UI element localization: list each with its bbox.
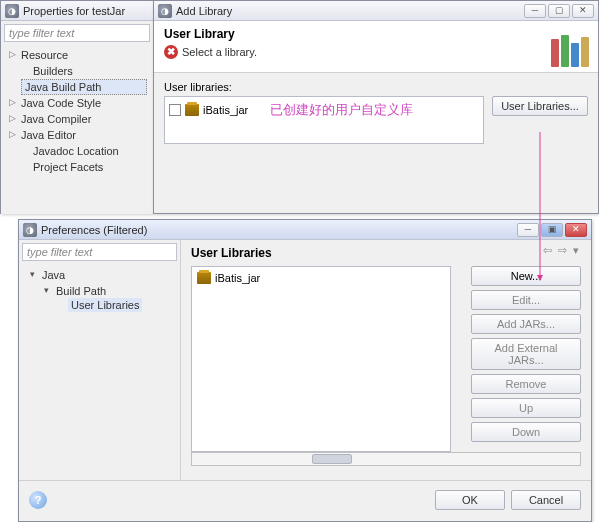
help-icon[interactable]: ? xyxy=(29,491,47,509)
maximize-button[interactable]: ▢ xyxy=(548,4,570,18)
close-button[interactable]: ✕ xyxy=(565,223,587,237)
library-checkbox[interactable] xyxy=(169,104,181,116)
remove-button[interactable]: Remove xyxy=(471,374,581,394)
user-libraries-label: User libraries: xyxy=(164,81,588,93)
tree-item-java-compiler[interactable]: Java Compiler xyxy=(7,111,147,127)
prefs-left-panel: type filter text Java Build Path User Li… xyxy=(19,240,181,480)
library-icon xyxy=(550,27,590,67)
annotation-existing: 已创建好的用户自定义库 xyxy=(270,101,413,119)
cancel-button[interactable]: Cancel xyxy=(511,490,581,510)
properties-window: ◑ Properties for testJar type filter tex… xyxy=(0,0,153,214)
addlib-heading: User Library xyxy=(164,27,588,41)
properties-filter-input[interactable]: type filter text xyxy=(4,24,150,42)
user-libraries-list[interactable]: iBatis_jar 已创建好的用户自定义库 xyxy=(164,96,484,144)
prefs-button-column: New... Edit... Add JARs... Add External … xyxy=(471,266,581,442)
library-name: iBatis_jar xyxy=(203,104,248,116)
addlib-titlebar[interactable]: ◑ Add Library ─ ▢ ✕ xyxy=(154,1,598,21)
jar-icon xyxy=(197,272,211,284)
edit-button[interactable]: Edit... xyxy=(471,290,581,310)
library-item[interactable]: iBatis_jar 已创建好的用户自定义库 xyxy=(168,100,480,120)
properties-tree: Resource Builders Java Build Path Java C… xyxy=(1,45,153,177)
prefs-title: Preferences (Filtered) xyxy=(41,224,517,236)
addlib-title: Add Library xyxy=(176,5,524,17)
tree-user-libraries[interactable]: User Libraries xyxy=(68,299,171,311)
prefs-right-panel: ⇦ ⇨ ▾ User Libraries iBatis_jar New... E… xyxy=(181,240,591,480)
tree-item-javadoc-location[interactable]: Javadoc Location xyxy=(7,143,147,159)
close-button[interactable]: ✕ xyxy=(572,4,594,18)
prefs-titlebar[interactable]: ◑ Preferences (Filtered) ─ ▣ ✕ xyxy=(19,220,591,240)
add-external-jars-button[interactable]: Add External JARs... xyxy=(471,338,581,370)
up-button[interactable]: Up xyxy=(471,398,581,418)
prefs-filter-input[interactable]: type filter text xyxy=(22,243,177,261)
preferences-dialog: ◑ Preferences (Filtered) ─ ▣ ✕ type filt… xyxy=(18,219,592,522)
minimize-button[interactable]: ─ xyxy=(524,4,546,18)
tree-item-builders[interactable]: Builders xyxy=(7,63,147,79)
tree-item-resource[interactable]: Resource xyxy=(7,47,147,63)
add-jars-button[interactable]: Add JARs... xyxy=(471,314,581,334)
error-icon: ✖ xyxy=(164,45,178,59)
tree-item-project-facets[interactable]: Project Facets xyxy=(7,159,147,175)
nav-fwd-icon[interactable]: ⇨ xyxy=(558,244,567,257)
addlib-error-text: Select a library. xyxy=(182,46,257,58)
nav-back-icon[interactable]: ⇦ xyxy=(543,244,552,257)
eclipse-icon: ◑ xyxy=(158,4,172,18)
maximize-button[interactable]: ▣ xyxy=(541,223,563,237)
minimize-button[interactable]: ─ xyxy=(517,223,539,237)
addlib-header: User Library ✖ Select a library. xyxy=(154,21,598,73)
jar-icon xyxy=(185,104,199,116)
library-name: iBatis_jar xyxy=(215,272,260,284)
properties-titlebar[interactable]: ◑ Properties for testJar xyxy=(1,1,153,21)
new-button[interactable]: New... xyxy=(471,266,581,286)
add-library-dialog: ◑ Add Library ─ ▢ ✕ User Library ✖ Selec… xyxy=(153,0,599,214)
down-button[interactable]: Down xyxy=(471,422,581,442)
eclipse-icon: ◑ xyxy=(5,4,19,18)
prefs-heading: User Libraries xyxy=(191,246,581,260)
tree-item-java-build-path[interactable]: Java Build Path xyxy=(21,79,147,95)
prefs-library-list[interactable]: iBatis_jar xyxy=(191,266,451,452)
tree-build-path[interactable]: Build Path xyxy=(42,283,171,299)
tree-item-java-editor[interactable]: Java Editor xyxy=(7,127,147,143)
library-item[interactable]: iBatis_jar xyxy=(196,271,446,285)
horizontal-scrollbar[interactable] xyxy=(191,452,581,466)
eclipse-icon: ◑ xyxy=(23,223,37,237)
properties-title: Properties for testJar xyxy=(23,5,149,17)
ok-button[interactable]: OK xyxy=(435,490,505,510)
scrollbar-thumb[interactable] xyxy=(312,454,352,464)
tree-item-java-code-style[interactable]: Java Code Style xyxy=(7,95,147,111)
user-libraries-button[interactable]: User Libraries... xyxy=(492,96,588,116)
prefs-footer: ? OK Cancel xyxy=(19,480,591,518)
nav-menu-icon[interactable]: ▾ xyxy=(573,244,579,257)
tree-java[interactable]: Java xyxy=(28,267,171,283)
prefs-tree: Java Build Path User Libraries xyxy=(22,265,177,313)
